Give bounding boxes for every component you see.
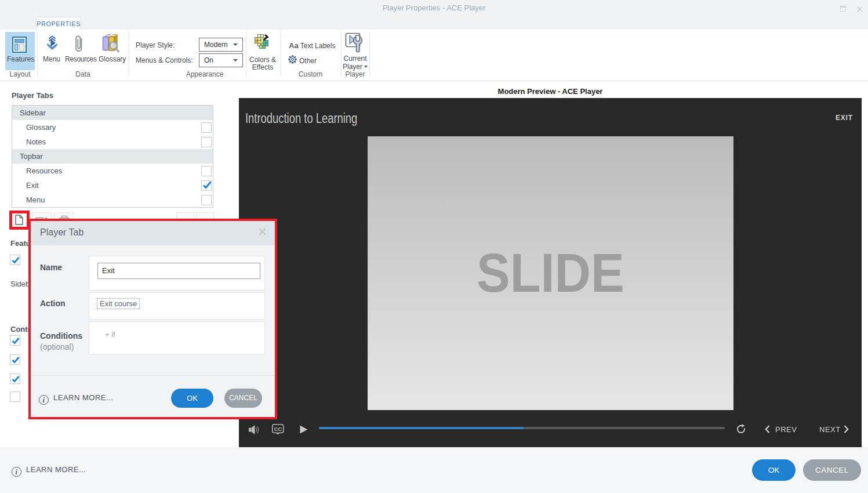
svg-text:CC: CC <box>274 426 282 432</box>
